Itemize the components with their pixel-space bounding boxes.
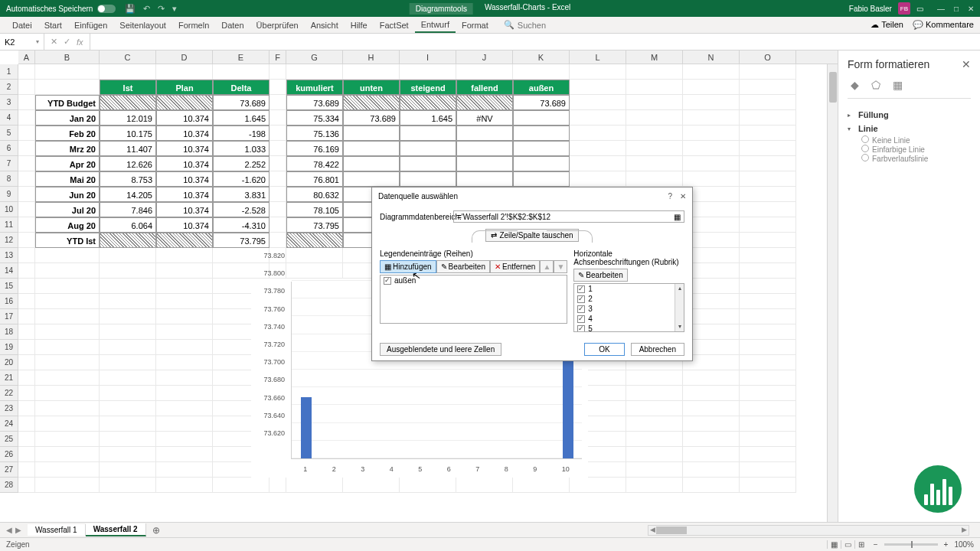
remove-series-button[interactable]: ✕ Entfernen xyxy=(490,260,540,273)
cell[interactable] xyxy=(35,401,100,416)
cell[interactable]: Delta xyxy=(213,80,270,95)
cell[interactable]: steigend xyxy=(400,80,456,95)
cell[interactable] xyxy=(626,95,683,110)
cell[interactable] xyxy=(18,340,35,355)
cell[interactable]: 78.105 xyxy=(286,202,343,217)
cell[interactable]: YTD Ist xyxy=(35,233,100,248)
zoom-in-icon[interactable]: + xyxy=(944,540,949,549)
cell[interactable] xyxy=(456,126,513,141)
cell[interactable]: 8.753 xyxy=(100,171,156,187)
user-avatar[interactable]: FB xyxy=(898,2,910,15)
fill-section[interactable]: ▸Füllung xyxy=(848,108,971,122)
help-icon[interactable]: ? xyxy=(668,192,672,201)
cell[interactable]: -2.528 xyxy=(213,202,270,217)
cell[interactable] xyxy=(156,386,213,401)
cell[interactable] xyxy=(18,447,35,462)
cell[interactable] xyxy=(740,217,796,233)
cell[interactable] xyxy=(400,95,456,110)
cell[interactable] xyxy=(100,478,156,493)
cell[interactable] xyxy=(100,432,156,447)
cell[interactable]: 10.374 xyxy=(156,126,213,141)
cell[interactable]: 73.795 xyxy=(286,217,343,233)
cell[interactable] xyxy=(35,355,100,370)
tab-ueberpruefen[interactable]: Überprüfen xyxy=(250,17,305,33)
cell[interactable] xyxy=(286,64,343,80)
cell[interactable] xyxy=(156,416,213,432)
cell[interactable] xyxy=(18,462,35,478)
cell[interactable] xyxy=(400,171,456,187)
cell[interactable]: 12.626 xyxy=(100,156,156,171)
cell[interactable] xyxy=(740,401,796,416)
cell[interactable] xyxy=(740,248,796,263)
cell[interactable] xyxy=(156,279,213,294)
cell[interactable] xyxy=(570,156,626,171)
tab-start[interactable]: Start xyxy=(38,17,68,33)
cell[interactable]: Jul 20 xyxy=(35,202,100,217)
move-up-button[interactable]: ▲ xyxy=(540,260,554,273)
cell[interactable] xyxy=(456,141,513,156)
cell[interactable] xyxy=(286,263,343,279)
autosave-toggle[interactable] xyxy=(97,5,116,13)
cell[interactable]: 75.136 xyxy=(286,126,343,141)
cell[interactable] xyxy=(343,478,400,493)
cell[interactable] xyxy=(156,263,213,279)
cell[interactable] xyxy=(18,217,35,233)
cell[interactable] xyxy=(400,141,456,156)
cell[interactable] xyxy=(18,141,35,156)
cell[interactable] xyxy=(18,478,35,493)
cell[interactable] xyxy=(100,462,156,478)
zoom-slider[interactable] xyxy=(884,543,938,546)
cell[interactable] xyxy=(570,171,626,187)
cell[interactable] xyxy=(18,64,35,80)
cell[interactable] xyxy=(626,401,683,416)
cell[interactable] xyxy=(740,156,796,171)
line-option-none[interactable]: Keine Linie xyxy=(848,135,971,145)
cell[interactable] xyxy=(626,386,683,401)
cell[interactable] xyxy=(100,294,156,309)
chart-data-range-input[interactable]: ='Wasserfall 2'!$K$2:$K$12 ▦ xyxy=(453,210,684,223)
cell[interactable] xyxy=(100,340,156,355)
cell[interactable] xyxy=(740,64,796,80)
zoom-level[interactable]: 100% xyxy=(954,540,974,549)
cell[interactable] xyxy=(683,432,740,447)
normal-view-icon[interactable]: ▦ xyxy=(827,540,841,549)
ribbon-display-icon[interactable]: ▭ xyxy=(916,5,923,13)
qat-dropdown-icon[interactable]: ▾ xyxy=(172,4,177,14)
tab-seitenlayout[interactable]: Seitenlayout xyxy=(113,17,172,33)
cell[interactable]: Aug 20 xyxy=(35,217,100,233)
namebox-dropdown-icon[interactable]: ▾ xyxy=(36,38,39,45)
cell[interactable] xyxy=(18,156,35,171)
tab-entwurf[interactable]: Entwurf xyxy=(415,17,456,33)
cell[interactable] xyxy=(570,110,626,126)
size-tab-icon[interactable]: ▦ xyxy=(890,78,904,92)
cell[interactable] xyxy=(683,462,740,478)
edit-series-button[interactable]: ✎ Bearbeiten xyxy=(436,260,490,273)
cell[interactable] xyxy=(35,248,100,263)
cell[interactable] xyxy=(100,279,156,294)
cell[interactable]: Apr 20 xyxy=(35,156,100,171)
tab-ansicht[interactable]: Ansicht xyxy=(305,17,345,33)
cell[interactable]: unten xyxy=(343,80,400,95)
cell[interactable]: Jan 20 xyxy=(35,110,100,126)
cell[interactable] xyxy=(626,370,683,386)
page-layout-view-icon[interactable]: ▭ xyxy=(841,540,854,549)
row-header[interactable]: 10 xyxy=(0,202,18,217)
cell[interactable] xyxy=(570,126,626,141)
cell[interactable] xyxy=(456,95,513,110)
cell[interactable] xyxy=(626,462,683,478)
cell[interactable] xyxy=(100,355,156,370)
cell[interactable] xyxy=(343,64,400,80)
cell[interactable] xyxy=(156,294,213,309)
cell[interactable] xyxy=(35,370,100,386)
cell[interactable] xyxy=(18,386,35,401)
cell[interactable]: 11.407 xyxy=(100,141,156,156)
hidden-cells-button[interactable]: Ausgeblendete und leere Zellen xyxy=(380,343,501,356)
col-header[interactable]: H xyxy=(343,51,400,64)
cell[interactable] xyxy=(740,80,796,95)
cell[interactable] xyxy=(156,64,213,80)
cell[interactable] xyxy=(626,171,683,187)
cell[interactable] xyxy=(18,202,35,217)
cell[interactable] xyxy=(156,324,213,340)
cell[interactable]: 76.169 xyxy=(286,141,343,156)
dialog-close-icon[interactable]: ✕ xyxy=(680,192,686,201)
